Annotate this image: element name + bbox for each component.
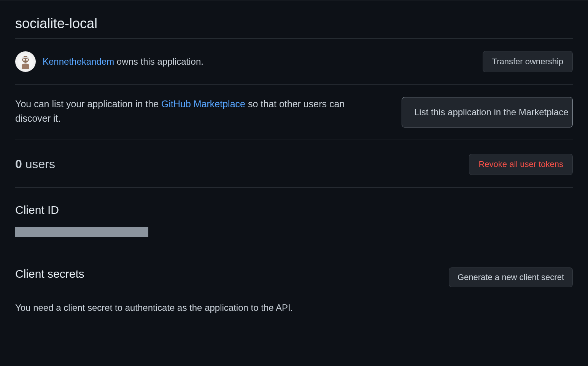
transfer-ownership-button[interactable]: Transfer ownership [483,51,573,72]
avatar[interactable] [15,51,36,72]
svg-point-2 [23,59,25,61]
owns-application-text: owns this application. [114,56,203,67]
users-count: 0 users [15,157,55,171]
avatar-icon [18,54,33,69]
owner-section: Kennethekandem owns this application. Tr… [15,51,573,85]
marketplace-section: You can list your application in the Git… [15,97,573,140]
generate-client-secret-button[interactable]: Generate a new client secret [449,267,573,287]
client-secret-helper-text: You need a client secret to authenticate… [15,302,573,313]
marketplace-description: You can list your application in the Git… [15,97,358,126]
svg-point-3 [26,59,28,61]
github-marketplace-link[interactable]: GitHub Marketplace [161,99,245,109]
users-label: users [22,157,55,171]
client-id-heading: Client ID [15,204,573,216]
owner-text: Kennethekandem owns this application. [43,56,203,67]
list-in-marketplace-button[interactable]: List this application in the Marketplace [402,97,573,127]
client-secrets-header: Client secrets Generate a new client sec… [15,267,573,291]
owner-info: Kennethekandem owns this application. [15,51,203,72]
revoke-all-tokens-button[interactable]: Revoke all user tokens [469,154,573,175]
marketplace-text-prefix: You can list your application in the [15,99,161,109]
client-id-section: Client ID [15,204,573,237]
users-section: 0 users Revoke all user tokens [15,154,573,188]
page-title: socialite-local [15,16,573,39]
client-secrets-heading: Client secrets [15,267,84,280]
client-id-value-redacted [15,227,148,237]
users-count-number: 0 [15,157,22,171]
owner-link[interactable]: Kennethekandem [43,56,114,67]
